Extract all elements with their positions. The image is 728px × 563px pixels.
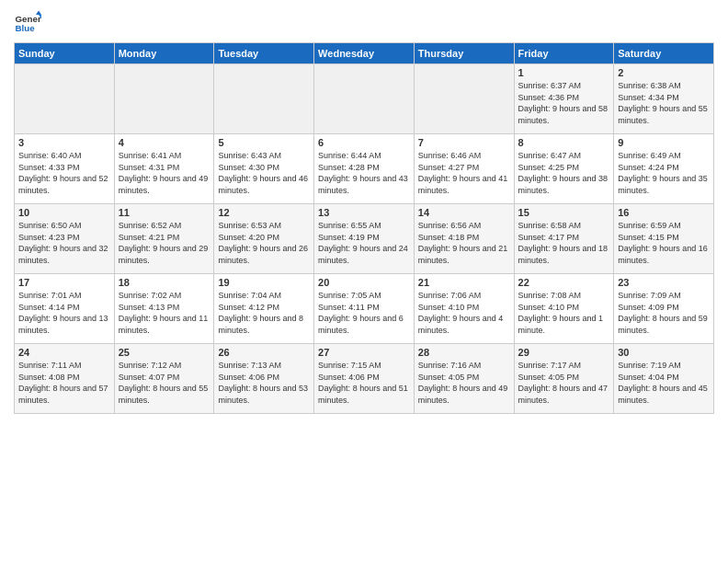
day-number: 6 bbox=[318, 137, 410, 148]
day-info: Sunrise: 6:38 AM Sunset: 4:34 PM Dayligh… bbox=[618, 80, 710, 126]
day-info: Sunrise: 7:02 AM Sunset: 4:13 PM Dayligh… bbox=[119, 290, 210, 336]
day-cell: 4Sunrise: 6:41 AM Sunset: 4:31 PM Daylig… bbox=[114, 134, 214, 204]
day-cell: 16Sunrise: 6:59 AM Sunset: 4:15 PM Dayli… bbox=[614, 204, 714, 274]
header-area: General Blue bbox=[14, 9, 714, 37]
day-cell: 19Sunrise: 7:04 AM Sunset: 4:12 PM Dayli… bbox=[214, 274, 314, 344]
day-number: 14 bbox=[418, 207, 510, 218]
day-cell: 8Sunrise: 6:47 AM Sunset: 4:25 PM Daylig… bbox=[514, 134, 614, 204]
week-row-3: 17Sunrise: 7:01 AM Sunset: 4:14 PM Dayli… bbox=[15, 274, 714, 344]
day-cell: 7Sunrise: 6:46 AM Sunset: 4:27 PM Daylig… bbox=[414, 134, 514, 204]
day-number: 7 bbox=[418, 137, 510, 148]
day-cell bbox=[314, 64, 415, 134]
day-number: 3 bbox=[18, 137, 110, 148]
day-number: 13 bbox=[318, 207, 410, 218]
day-info: Sunrise: 6:41 AM Sunset: 4:31 PM Dayligh… bbox=[119, 150, 210, 196]
day-number: 27 bbox=[318, 347, 410, 358]
day-cell: 30Sunrise: 7:19 AM Sunset: 4:04 PM Dayli… bbox=[614, 344, 714, 414]
day-number: 12 bbox=[218, 207, 310, 218]
day-number: 19 bbox=[218, 277, 310, 288]
day-number: 17 bbox=[18, 277, 110, 288]
day-info: Sunrise: 7:05 AM Sunset: 4:11 PM Dayligh… bbox=[318, 290, 410, 336]
day-cell: 15Sunrise: 6:58 AM Sunset: 4:17 PM Dayli… bbox=[514, 204, 614, 274]
day-info: Sunrise: 6:46 AM Sunset: 4:27 PM Dayligh… bbox=[418, 150, 510, 196]
day-cell: 3Sunrise: 6:40 AM Sunset: 4:33 PM Daylig… bbox=[15, 134, 115, 204]
day-info: Sunrise: 6:55 AM Sunset: 4:19 PM Dayligh… bbox=[318, 220, 410, 266]
day-info: Sunrise: 6:43 AM Sunset: 4:30 PM Dayligh… bbox=[218, 150, 310, 196]
header-row: SundayMondayTuesdayWednesdayThursdayFrid… bbox=[15, 43, 714, 64]
day-number: 15 bbox=[518, 207, 610, 218]
day-cell bbox=[114, 64, 214, 134]
day-info: Sunrise: 6:52 AM Sunset: 4:21 PM Dayligh… bbox=[119, 220, 210, 266]
day-cell: 6Sunrise: 6:44 AM Sunset: 4:28 PM Daylig… bbox=[314, 134, 415, 204]
day-cell: 17Sunrise: 7:01 AM Sunset: 4:14 PM Dayli… bbox=[15, 274, 115, 344]
day-info: Sunrise: 6:56 AM Sunset: 4:18 PM Dayligh… bbox=[418, 220, 510, 266]
day-cell: 26Sunrise: 7:13 AM Sunset: 4:06 PM Dayli… bbox=[214, 344, 314, 414]
day-number: 8 bbox=[518, 137, 610, 148]
day-info: Sunrise: 7:04 AM Sunset: 4:12 PM Dayligh… bbox=[218, 290, 310, 336]
day-cell: 29Sunrise: 7:17 AM Sunset: 4:05 PM Dayli… bbox=[514, 344, 614, 414]
day-number: 30 bbox=[618, 347, 710, 358]
day-info: Sunrise: 7:01 AM Sunset: 4:14 PM Dayligh… bbox=[18, 290, 110, 336]
day-info: Sunrise: 7:17 AM Sunset: 4:05 PM Dayligh… bbox=[518, 360, 610, 406]
day-number: 1 bbox=[518, 67, 610, 78]
day-cell: 13Sunrise: 6:55 AM Sunset: 4:19 PM Dayli… bbox=[314, 204, 415, 274]
day-cell: 11Sunrise: 6:52 AM Sunset: 4:21 PM Dayli… bbox=[114, 204, 214, 274]
calendar-container: General Blue SundayMondayTuesdayWednesda… bbox=[0, 0, 728, 423]
svg-marker-2 bbox=[36, 11, 41, 16]
header-cell-monday: Monday bbox=[114, 43, 214, 64]
day-number: 23 bbox=[618, 277, 710, 288]
day-cell: 21Sunrise: 7:06 AM Sunset: 4:10 PM Dayli… bbox=[414, 274, 514, 344]
day-number: 24 bbox=[18, 347, 110, 358]
header-cell-thursday: Thursday bbox=[414, 43, 514, 64]
logo: General Blue bbox=[14, 9, 41, 37]
week-row-4: 24Sunrise: 7:11 AM Sunset: 4:08 PM Dayli… bbox=[15, 344, 714, 414]
day-cell: 20Sunrise: 7:05 AM Sunset: 4:11 PM Dayli… bbox=[314, 274, 415, 344]
day-cell: 14Sunrise: 6:56 AM Sunset: 4:18 PM Dayli… bbox=[414, 204, 514, 274]
day-number: 5 bbox=[218, 137, 310, 148]
day-info: Sunrise: 7:11 AM Sunset: 4:08 PM Dayligh… bbox=[18, 360, 110, 406]
day-cell: 2Sunrise: 6:38 AM Sunset: 4:34 PM Daylig… bbox=[614, 64, 714, 134]
calendar-table: SundayMondayTuesdayWednesdayThursdayFrid… bbox=[14, 42, 714, 414]
day-cell bbox=[15, 64, 115, 134]
header-cell-wednesday: Wednesday bbox=[314, 43, 415, 64]
day-info: Sunrise: 7:19 AM Sunset: 4:04 PM Dayligh… bbox=[618, 360, 710, 406]
day-number: 29 bbox=[518, 347, 610, 358]
header-cell-friday: Friday bbox=[514, 43, 614, 64]
day-info: Sunrise: 7:16 AM Sunset: 4:05 PM Dayligh… bbox=[418, 360, 510, 406]
week-row-2: 10Sunrise: 6:50 AM Sunset: 4:23 PM Dayli… bbox=[15, 204, 714, 274]
header-cell-sunday: Sunday bbox=[15, 43, 115, 64]
day-cell: 1Sunrise: 6:37 AM Sunset: 4:36 PM Daylig… bbox=[514, 64, 614, 134]
day-number: 11 bbox=[119, 207, 210, 218]
day-number: 25 bbox=[119, 347, 210, 358]
day-cell: 24Sunrise: 7:11 AM Sunset: 4:08 PM Dayli… bbox=[15, 344, 115, 414]
day-info: Sunrise: 6:50 AM Sunset: 4:23 PM Dayligh… bbox=[18, 220, 110, 266]
day-cell: 10Sunrise: 6:50 AM Sunset: 4:23 PM Dayli… bbox=[15, 204, 115, 274]
day-cell: 27Sunrise: 7:15 AM Sunset: 4:06 PM Dayli… bbox=[314, 344, 415, 414]
day-number: 21 bbox=[418, 277, 510, 288]
day-info: Sunrise: 6:58 AM Sunset: 4:17 PM Dayligh… bbox=[518, 220, 610, 266]
day-info: Sunrise: 6:40 AM Sunset: 4:33 PM Dayligh… bbox=[18, 150, 110, 196]
day-info: Sunrise: 6:49 AM Sunset: 4:24 PM Dayligh… bbox=[618, 150, 710, 196]
svg-text:General: General bbox=[16, 14, 42, 24]
day-info: Sunrise: 7:09 AM Sunset: 4:09 PM Dayligh… bbox=[618, 290, 710, 336]
day-number: 18 bbox=[119, 277, 210, 288]
week-row-0: 1Sunrise: 6:37 AM Sunset: 4:36 PM Daylig… bbox=[15, 64, 714, 134]
day-cell: 25Sunrise: 7:12 AM Sunset: 4:07 PM Dayli… bbox=[114, 344, 214, 414]
day-number: 2 bbox=[618, 67, 710, 78]
day-number: 28 bbox=[418, 347, 510, 358]
week-row-1: 3Sunrise: 6:40 AM Sunset: 4:33 PM Daylig… bbox=[15, 134, 714, 204]
day-number: 20 bbox=[318, 277, 410, 288]
day-info: Sunrise: 6:53 AM Sunset: 4:20 PM Dayligh… bbox=[218, 220, 310, 266]
day-number: 22 bbox=[518, 277, 610, 288]
day-cell: 23Sunrise: 7:09 AM Sunset: 4:09 PM Dayli… bbox=[614, 274, 714, 344]
day-cell: 9Sunrise: 6:49 AM Sunset: 4:24 PM Daylig… bbox=[614, 134, 714, 204]
day-number: 4 bbox=[119, 137, 210, 148]
day-cell: 22Sunrise: 7:08 AM Sunset: 4:10 PM Dayli… bbox=[514, 274, 614, 344]
day-info: Sunrise: 6:59 AM Sunset: 4:15 PM Dayligh… bbox=[618, 220, 710, 266]
day-info: Sunrise: 6:44 AM Sunset: 4:28 PM Dayligh… bbox=[318, 150, 410, 196]
day-cell: 5Sunrise: 6:43 AM Sunset: 4:30 PM Daylig… bbox=[214, 134, 314, 204]
day-number: 16 bbox=[618, 207, 710, 218]
day-info: Sunrise: 7:08 AM Sunset: 4:10 PM Dayligh… bbox=[518, 290, 610, 336]
day-number: 26 bbox=[218, 347, 310, 358]
header-cell-tuesday: Tuesday bbox=[214, 43, 314, 64]
